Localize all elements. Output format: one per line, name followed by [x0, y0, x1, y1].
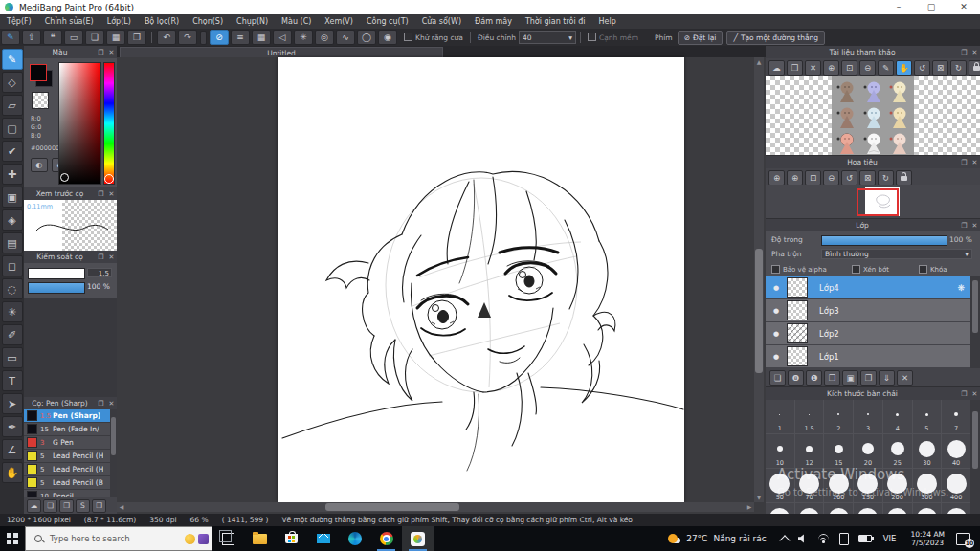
reference-tool-button[interactable]: ☁ [768, 60, 785, 76]
layer-footer-button[interactable]: ▣ [842, 370, 858, 386]
foreground-color-swatch[interactable] [30, 64, 47, 81]
menu-item[interactable]: Bộ lọc(R) [138, 14, 186, 29]
tool-button[interactable]: ▱ [2, 95, 23, 116]
popout-icon[interactable]: ❐ [959, 390, 969, 398]
battery-button[interactable] [858, 535, 872, 542]
brush-size-cell[interactable] [854, 503, 882, 514]
popout-icon[interactable]: ❐ [96, 400, 106, 408]
layer-row[interactable]: ● Lớp2 ❋ [766, 322, 970, 345]
reference-tool-button[interactable]: ↺ [914, 60, 930, 76]
brush-size-cell[interactable]: 300 [913, 469, 942, 502]
menu-item[interactable]: Lớp(L) [100, 14, 138, 29]
navigator-tool-button[interactable]: ⊠ [859, 170, 876, 186]
layer-row[interactable]: ● Lớp3 ❋ [766, 299, 970, 322]
close-icon[interactable]: ✕ [106, 49, 117, 56]
brush-list-item[interactable]: 15 Pen (Fade In/ [24, 423, 110, 436]
close-icon[interactable]: ✕ [969, 222, 980, 230]
brush-footer-button[interactable]: ❒ [92, 499, 106, 513]
layer-footer-button[interactable]: ❒ [824, 370, 840, 386]
tool-button[interactable]: ✐ [2, 324, 23, 345]
document-tab[interactable]: Untitled [120, 47, 443, 57]
reference-tool-button[interactable]: ↻ [950, 60, 967, 76]
clipping-checkbox[interactable] [852, 265, 860, 274]
layer-footer-button[interactable]: ⇓ [879, 370, 895, 386]
tool-button[interactable]: ✳ [2, 301, 23, 322]
layer-row[interactable]: ● Lớp4 ❋ [766, 276, 970, 299]
brush-size-cell[interactable]: 30 [913, 434, 942, 468]
antialias-checkbox[interactable] [404, 33, 412, 41]
weather-widget[interactable]: 27°C Nắng rải rác [668, 534, 767, 543]
menu-item[interactable]: Chọn(S) [186, 14, 230, 29]
brush-footer-button[interactable]: ❏ [43, 499, 57, 513]
brush-size-cell[interactable]: 3 [854, 400, 882, 433]
task-view-button[interactable] [212, 526, 244, 551]
brush-size-cell[interactable]: 1.5 [795, 400, 824, 433]
palette-button[interactable]: ◐ [31, 158, 48, 172]
tool-button[interactable]: ✚ [2, 164, 23, 185]
tool-button[interactable]: ∠ [2, 439, 23, 460]
brush-list-item[interactable]: 5 Lead Pencil (H [24, 463, 110, 476]
alpha-protect-toggle[interactable]: Bảo vệ alpha [771, 265, 827, 274]
brush-size-value[interactable]: 1.5 [87, 268, 112, 277]
menu-item[interactable]: Cửa sổ(W) [415, 14, 468, 29]
clipping-toggle[interactable]: Xén bớt [852, 265, 889, 274]
reference-tool-button[interactable]: ✋ [896, 60, 912, 76]
navigator-view-rect[interactable] [857, 188, 899, 216]
navigator-tool-button[interactable]: ⊖ [823, 170, 839, 186]
brush-footer-button[interactable]: S [76, 499, 90, 513]
brush-list-scrollbar[interactable] [110, 409, 117, 497]
reference-viewport[interactable] [766, 76, 980, 155]
quick-tool-button[interactable]: ❐ [127, 30, 146, 45]
layer-row[interactable]: ● Lớp1 ❋ [766, 345, 970, 368]
lock-checkbox[interactable] [919, 265, 927, 274]
scroll-up-icon[interactable]: ▲ [754, 57, 764, 67]
tool-button[interactable]: T [2, 370, 23, 391]
brush-size-cell[interactable]: 7 [942, 400, 970, 433]
layer-footer-button[interactable]: ✕ [897, 370, 913, 386]
popout-icon[interactable]: ❐ [96, 190, 106, 198]
layer-footer-button[interactable]: ❏ [769, 370, 786, 386]
language-indicator[interactable]: VIE [883, 534, 897, 543]
alpha-protect-checkbox[interactable] [771, 265, 780, 274]
close-icon[interactable]: ✕ [106, 400, 117, 408]
transparent-color-swatch[interactable] [32, 92, 49, 109]
popout-icon[interactable]: ❐ [96, 253, 106, 261]
menu-item[interactable]: Chụp(N) [230, 14, 275, 29]
brush-size-cell[interactable]: 1 [766, 400, 794, 433]
brush-size-cell[interactable]: 50 [766, 469, 794, 502]
blend-mode-select[interactable]: Bình thường ▾ [821, 249, 972, 259]
brush-list-item[interactable]: 1.5 Pen (Sharp) [24, 409, 110, 423]
network-button[interactable] [817, 534, 830, 543]
quick-tool-button[interactable]: ❏ [85, 30, 104, 45]
canvas-horizontal-scrollbar[interactable]: ◀ ▶ [117, 502, 754, 512]
menu-item[interactable]: Thời gian trôi đi [519, 14, 592, 29]
menu-item[interactable]: Tệp(F) [0, 14, 38, 29]
brush-size-cell[interactable] [883, 503, 912, 514]
navigator-tool-button[interactable]: ↺ [841, 170, 858, 186]
menu-item[interactable]: Đám mây [468, 14, 519, 29]
snap-tool-button[interactable]: ◉ [378, 30, 397, 45]
close-icon[interactable]: ✕ [969, 159, 980, 166]
navigator-tool-button[interactable]: ⊡ [805, 170, 821, 186]
menu-item[interactable]: Chỉnh sửa(E) [38, 14, 100, 29]
volume-button[interactable] [798, 534, 808, 543]
notification-center-button[interactable]: 10 [956, 533, 970, 545]
lock-toggle[interactable]: Khóa [919, 265, 947, 274]
taskbar-clock[interactable]: 10:24 AM 7/5/2023 [910, 530, 945, 547]
tool-button[interactable]: ✋ [2, 462, 23, 483]
brush-size-cell[interactable]: 5 [913, 400, 942, 433]
mail-button[interactable] [307, 526, 339, 551]
navigator-tool-button[interactable] [896, 170, 912, 186]
layer-list-scrollbar[interactable] [970, 276, 980, 368]
close-icon[interactable]: ✕ [969, 390, 980, 398]
reference-tool-button[interactable]: ⊕ [823, 60, 839, 76]
menu-item[interactable]: Help [592, 14, 623, 29]
brush-size-cell[interactable]: 150 [854, 469, 882, 502]
brush-size-cell[interactable]: 4 [883, 400, 912, 433]
brush-footer-button[interactable]: ❐ [59, 499, 74, 513]
brush-size-scrollbar[interactable] [970, 400, 980, 514]
snap-tool-button[interactable]: ▦ [252, 30, 271, 45]
menu-item[interactable]: Xem(V) [318, 14, 360, 29]
close-icon[interactable]: ✕ [969, 49, 980, 56]
layer-visibility-icon[interactable]: ● [766, 330, 787, 338]
